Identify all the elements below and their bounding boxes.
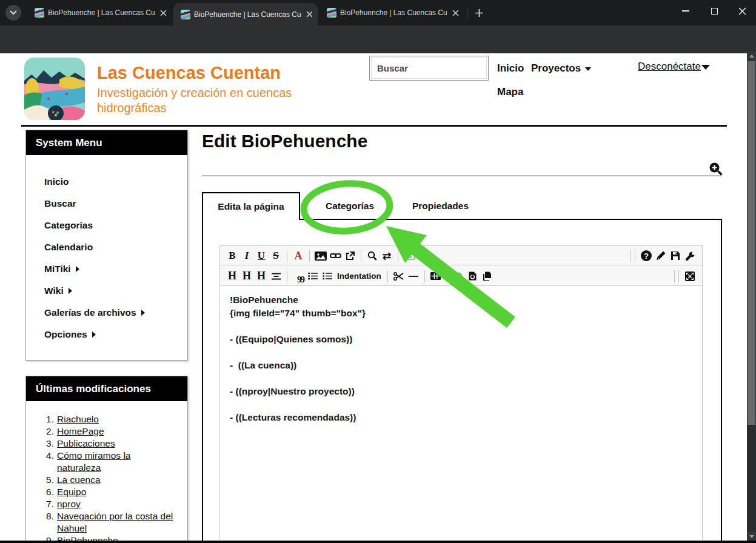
page-scrollbar[interactable]: [747, 52, 756, 543]
tab-close-icon[interactable]: [160, 10, 167, 16]
system-menu-box: System Menu Inicio Buscar Categorías Cal…: [25, 130, 188, 361]
save-button[interactable]: [669, 248, 682, 264]
help-button[interactable]: ?: [640, 248, 653, 264]
tab-strip: BioPehuenche | Las Cuencas Cu BioPehuenc…: [0, 0, 756, 25]
browser-tab-1[interactable]: BioPehuenche | Las Cuencas Cu: [27, 0, 172, 25]
bold-button[interactable]: B: [226, 248, 239, 264]
last-modifications-title: Últimas modificaciones: [26, 376, 187, 401]
maximize-icon: [711, 8, 718, 15]
heading1-button[interactable]: H: [226, 268, 239, 284]
external-link-icon: [346, 252, 355, 261]
browser-tab-3[interactable]: BioPehuenche | Las Cuencas Cu: [319, 0, 464, 25]
insert-image-button[interactable]: [314, 248, 327, 264]
tab-search-button[interactable]: [5, 5, 21, 21]
sidebar-item-categorias[interactable]: Categorías: [26, 215, 187, 236]
nav-inicio[interactable]: Inicio: [497, 62, 524, 75]
tab-propiedades[interactable]: Propiedades: [412, 197, 469, 215]
caret-down-icon: [585, 67, 591, 71]
copy-page-button[interactable]: [481, 268, 494, 284]
caret-down-icon[interactable]: [701, 65, 710, 70]
edit-source-button[interactable]: [654, 248, 667, 264]
wiki-editor-textarea[interactable]: !BioPehuenche {img fileId="74" thumb="bo…: [219, 286, 703, 543]
indentation-button[interactable]: Indentation: [337, 268, 381, 284]
wiki-page-link[interactable]: La cuenca: [57, 474, 101, 486]
scroll-down-button[interactable]: [747, 532, 756, 541]
bullet-list-button[interactable]: [306, 268, 319, 284]
wiki-page-link[interactable]: Publicaciones: [57, 438, 115, 450]
browser-tab-2-active[interactable]: BioPehuenche | Las Cuencas Cu: [173, 3, 318, 25]
cut-button[interactable]: [392, 268, 406, 284]
no-parse-button[interactable]: ⊘: [452, 268, 465, 284]
sidebar-item-buscar[interactable]: Buscar: [26, 193, 187, 215]
paste-code-button[interactable]: [466, 268, 480, 284]
sidebar-item-calendario[interactable]: Calendario: [26, 236, 187, 258]
wiki-page-link[interactable]: nproy: [57, 498, 81, 510]
zoom-in-button[interactable]: [708, 161, 724, 177]
new-tab-button[interactable]: [472, 5, 486, 20]
browser-toolbar: cuencas.chela.org.ar/tiki-editpage.php?p…: [0, 25, 756, 53]
triangle-down-icon: [749, 535, 754, 538]
fullscreen-icon: [685, 272, 695, 281]
submenu-arrow-icon: [92, 331, 96, 338]
admin-tools-button[interactable]: [683, 248, 697, 264]
site-favicon: [181, 10, 190, 19]
numbered-list-button[interactable]: [321, 268, 334, 284]
last-modifications-box: Últimas modificaciones 1.Riachuelo 2.Hom…: [25, 376, 188, 543]
underline-button[interactable]: U: [255, 248, 268, 264]
title-bar-button[interactable]: [269, 268, 283, 284]
italic-button[interactable]: I: [240, 248, 253, 264]
insert-table-button[interactable]: [429, 268, 443, 284]
chevron-down-icon: [10, 10, 17, 15]
scrollbar-thumb[interactable]: [748, 61, 755, 425]
heading2-button[interactable]: H: [240, 268, 253, 284]
window-maximize-button[interactable]: [700, 0, 728, 22]
scroll-up-button[interactable]: [747, 52, 756, 61]
strikethrough-button[interactable]: S: [269, 248, 283, 264]
site-logo[interactable]: [24, 58, 85, 120]
blockquote-button[interactable]: 66: [292, 268, 305, 284]
system-menu-title: System Menu: [26, 130, 187, 155]
wiki-page-link[interactable]: Equipo: [57, 486, 86, 498]
wiki-page-link[interactable]: Navegación por la costa del Nahuel: [57, 510, 173, 535]
wiki-page-link[interactable]: HomePage: [57, 425, 104, 438]
site-subtitle-line2: hidrográficas: [97, 101, 167, 115]
wrench-icon: [685, 251, 695, 261]
pencil-icon: [656, 251, 666, 261]
find-button[interactable]: [366, 248, 379, 264]
nav-mapa[interactable]: Mapa: [497, 86, 523, 98]
nav-proyectos[interactable]: Proyectos: [531, 62, 591, 75]
special-chars-button[interactable]: [403, 248, 416, 264]
tab-title: BioPehuenche | Las Cuencas Cu: [194, 10, 303, 19]
logout-link[interactable]: Desconéctate: [638, 61, 701, 73]
site-search-input[interactable]: [369, 56, 489, 81]
submenu-arrow-icon: [69, 288, 72, 294]
tab-title: BioPehuenche | Las Cuencas Cu: [48, 8, 156, 17]
fullscreen-button[interactable]: [683, 268, 697, 284]
external-link-button[interactable]: [343, 248, 356, 264]
tab-edita-la-pagina[interactable]: Edita la página: [202, 192, 300, 220]
wiki-page-link[interactable]: Cómo miramos la naturaleza: [57, 450, 130, 474]
sidebar-item-mitiki[interactable]: MiTiki: [26, 258, 187, 280]
sidebar-item-galerias[interactable]: Galerías de archivos: [26, 302, 187, 324]
window-close-button[interactable]: [728, 0, 756, 22]
search-icon: [367, 251, 377, 261]
insert-link-button[interactable]: [329, 248, 342, 264]
site-title[interactable]: Las Cuencas Cuentan: [97, 63, 281, 83]
tab-close-icon[interactable]: [306, 11, 313, 18]
replace-button[interactable]: ⇄: [380, 248, 393, 264]
keyboard-icon: [403, 252, 415, 260]
list-item: 8.Navegación por la costa del Nahuel: [39, 510, 182, 535]
heading3-button[interactable]: H: [255, 268, 268, 284]
sidebar-item-inicio[interactable]: Inicio: [26, 171, 187, 193]
tab-categorias[interactable]: Categorías: [326, 197, 374, 215]
text-color-button[interactable]: A: [292, 248, 305, 264]
window-minimize-button[interactable]: [672, 0, 700, 22]
tab-title: BioPehuenche | Las Cuencas Cu: [340, 8, 449, 17]
close-icon: [738, 7, 746, 15]
tab-close-icon[interactable]: [452, 10, 459, 16]
sidebar-item-wiki[interactable]: Wiki: [26, 280, 187, 302]
sidebar-item-opciones[interactable]: Opciones: [26, 324, 187, 345]
header-divider: [21, 125, 727, 127]
horizontal-rule-button[interactable]: —: [407, 268, 420, 284]
wiki-page-link[interactable]: Riachuelo: [57, 413, 99, 425]
